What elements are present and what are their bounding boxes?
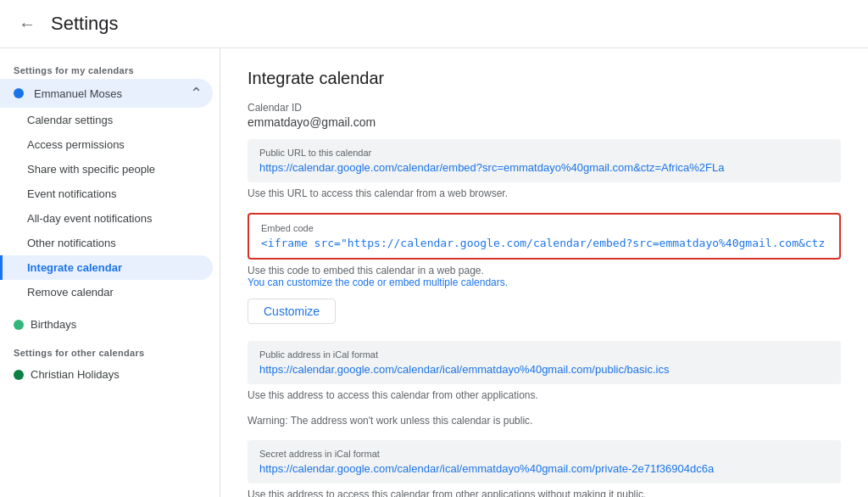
my-calendars-section-title: Settings for my calendars (0, 55, 220, 79)
sidebar-item-remove-calendar[interactable]: Remove calendar (0, 280, 213, 304)
sidebar-item-access-permissions[interactable]: Access permissions (0, 132, 213, 157)
public-url-label: Public URL to this calendar (259, 148, 829, 158)
ical-public-hint-2: Warning: The address won't work unless t… (248, 415, 841, 427)
sidebar-item-other-notifications[interactable]: Other notifications (0, 231, 213, 255)
top-bar: ← Settings (0, 0, 868, 48)
other-calendars-section-title: Settings for other calendars (0, 338, 220, 361)
ical-public-hint-1: Use this address to access this calendar… (248, 389, 841, 401)
sidebar: Settings for my calendars Emmanuel Moses… (0, 48, 220, 497)
ical-public-label: Public address in iCal format (259, 349, 829, 360)
sidebar-item-event-notifications[interactable]: Event notifications (0, 181, 213, 206)
ical-public-value[interactable]: https://calendar.google.com/calendar/ica… (259, 363, 829, 376)
sidebar-calendar-label: Emmanuel Moses (34, 87, 122, 100)
sidebar-item-birthdays[interactable]: Birthdays (0, 311, 213, 338)
embed-hint-1: Use this code to embed this calendar in … (248, 265, 841, 276)
customize-button[interactable]: Customize (248, 299, 336, 324)
embed-hint-2[interactable]: You can customize the code or embed mult… (248, 276, 841, 288)
embed-code-box: Embed code <iframe src="https://calendar… (248, 213, 841, 260)
public-url-value[interactable]: https://calendar.google.com/calendar/emb… (259, 161, 829, 174)
ical-secret-hint: Use this address to access this calendar… (248, 489, 841, 497)
sidebar-item-emmanuel-moses[interactable]: Emmanuel Moses ⌃ (0, 79, 213, 108)
chevron-up-icon: ⌃ (190, 84, 203, 103)
public-url-box: Public URL to this calendar https://cale… (248, 139, 841, 182)
calendar-dot-green (14, 320, 24, 330)
public-url-hint: Use this URL to access this calendar fro… (248, 187, 841, 199)
right-panel: Integrate calendar Calendar ID emmatdayo… (220, 48, 868, 497)
sidebar-item-all-day-event-notifications[interactable]: All-day event notifications (0, 206, 213, 231)
ical-secret-box: Secret address in iCal format https://ca… (248, 440, 841, 483)
sidebar-item-share-specific-people[interactable]: Share with specific people (0, 157, 213, 181)
sidebar-item-integrate-calendar[interactable]: Integrate calendar (0, 255, 213, 280)
calendar-id-label: Calendar ID (248, 102, 841, 114)
embed-hints: Use this code to embed this calendar in … (248, 265, 841, 288)
embed-code-value[interactable]: <iframe src="https://calendar.google.com… (261, 237, 827, 249)
sidebar-item-christian-holidays[interactable]: Christian Holidays (0, 361, 213, 388)
calendar-id-value: emmatdayo@gmail.com (248, 115, 841, 129)
main-content: Settings for my calendars Emmanuel Moses… (0, 48, 868, 497)
ical-public-box: Public address in iCal format https://ca… (248, 341, 841, 384)
calendar-dot-teal (14, 370, 24, 380)
back-button[interactable]: ← (14, 10, 41, 37)
sidebar-item-calendar-settings[interactable]: Calendar settings (0, 108, 213, 132)
calendar-dot-blue (14, 88, 24, 98)
page-title: Settings (51, 13, 119, 35)
ical-secret-value[interactable]: https://calendar.google.com/calendar/ica… (259, 462, 829, 475)
embed-code-label: Embed code (261, 223, 827, 233)
ical-secret-label: Secret address in iCal format (259, 449, 829, 459)
integrate-calendar-title: Integrate calendar (248, 69, 841, 88)
